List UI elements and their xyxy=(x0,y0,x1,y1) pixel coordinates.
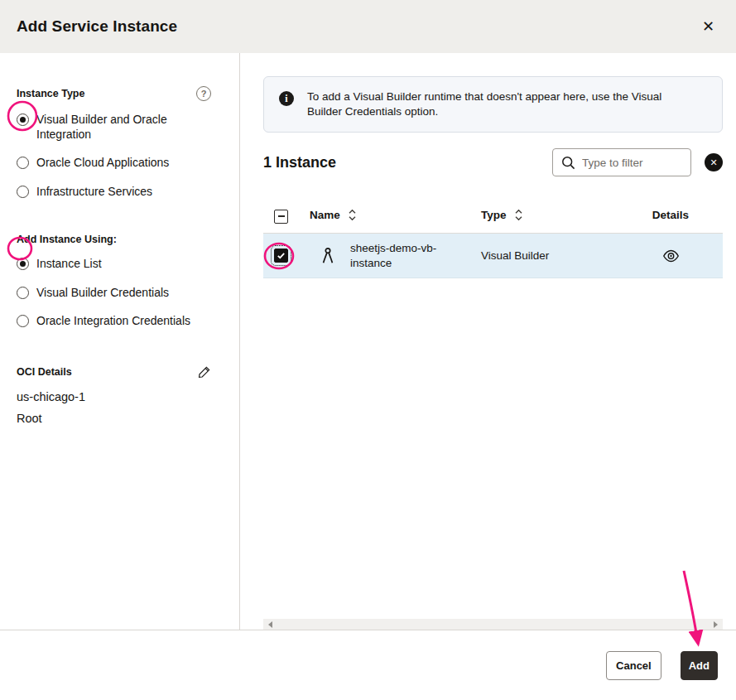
instance-table: Name Type xyxy=(263,197,723,630)
column-header-name[interactable]: Name xyxy=(310,208,481,222)
help-button[interactable]: ? xyxy=(196,86,211,101)
radio-unselected-icon xyxy=(17,186,29,198)
filter-input[interactable] xyxy=(582,157,684,169)
add-instance-using-section: Add Instance Using: Instance List Visual… xyxy=(17,234,211,329)
radio-oracle-integration-credentials[interactable]: Oracle Integration Credentials xyxy=(17,314,211,329)
dialog-title: Add Service Instance xyxy=(17,17,177,36)
help-icon: ? xyxy=(196,86,211,101)
table-empty-area xyxy=(263,278,723,619)
instance-type-label: Instance Type xyxy=(17,88,84,99)
info-banner-text: To add a Visual Builder runtime that doe… xyxy=(307,89,695,119)
add-instance-using-label: Add Instance Using: xyxy=(17,234,117,245)
radio-visual-builder-credentials[interactable]: Visual Builder Credentials xyxy=(17,286,211,301)
radio-unselected-icon xyxy=(17,315,29,327)
dialog-footer: Cancel Add xyxy=(0,630,736,700)
options-sidebar: Instance Type ? Visual Builder and Oracl… xyxy=(0,53,240,630)
table-header-row: Name Type xyxy=(263,197,723,234)
dialog-header: Add Service Instance ✕ xyxy=(0,0,736,53)
instance-type-cell: Visual Builder xyxy=(481,249,628,262)
add-button[interactable]: Add xyxy=(681,651,718,680)
radio-oracle-cloud-applications[interactable]: Oracle Cloud Applications xyxy=(17,156,211,171)
radio-unselected-icon xyxy=(17,287,29,299)
column-header-details: Details xyxy=(628,209,723,221)
add-instance-using-radio-group: Instance List Visual Builder Credentials… xyxy=(17,257,211,329)
table-row[interactable]: sheetjs-demo-vb-instance Visual Builder xyxy=(263,234,723,278)
instance-name-cell: sheetjs-demo-vb-instance xyxy=(344,241,481,270)
info-banner: i To add a Visual Builder runtime that d… xyxy=(263,76,723,133)
visual-builder-compass-icon xyxy=(310,247,344,265)
radio-instance-list[interactable]: Instance List xyxy=(17,257,211,272)
close-icon[interactable]: ✕ xyxy=(697,16,719,37)
eye-icon xyxy=(662,249,680,263)
oci-details-label: OCI Details xyxy=(17,366,72,378)
sort-icon[interactable] xyxy=(514,208,523,222)
cancel-button[interactable]: Cancel xyxy=(606,651,661,680)
filter-box xyxy=(552,148,691,176)
radio-infrastructure-services[interactable]: Infrastructure Services xyxy=(17,185,211,200)
radio-selected-icon xyxy=(17,258,29,270)
oci-details-section: OCI Details us-chicago-1 Root xyxy=(17,365,211,425)
oci-region-value: us-chicago-1 xyxy=(17,390,211,403)
search-icon xyxy=(561,156,575,170)
scroll-left-icon[interactable] xyxy=(265,619,276,630)
sort-icon[interactable] xyxy=(348,208,357,222)
instance-type-radio-group: Visual Builder and Oracle Integration Or… xyxy=(17,113,211,199)
oci-compartment-value: Root xyxy=(17,412,211,425)
column-header-type[interactable]: Type xyxy=(481,208,628,222)
edit-oci-details-button[interactable] xyxy=(198,365,211,379)
radio-visual-builder-and-oracle-integration[interactable]: Visual Builder and Oracle Integration xyxy=(17,113,211,142)
instance-type-section-head: Instance Type ? xyxy=(17,86,211,101)
main-panel: i To add a Visual Builder runtime that d… xyxy=(240,53,736,630)
instance-count-heading: 1 Instance xyxy=(263,154,336,171)
radio-unselected-icon xyxy=(17,157,29,169)
pencil-icon xyxy=(198,365,211,379)
radio-selected-icon xyxy=(17,113,29,126)
clear-filter-icon[interactable]: ✕ xyxy=(705,153,723,171)
select-all-checkbox[interactable] xyxy=(274,210,288,224)
horizontal-scrollbar[interactable] xyxy=(263,619,723,630)
list-toolbar: 1 Instance ✕ xyxy=(263,147,723,177)
row-checkbox[interactable] xyxy=(274,249,288,263)
add-service-instance-dialog: Add Service Instance ✕ Instance Type ? V… xyxy=(0,0,736,700)
details-eye-button[interactable] xyxy=(662,249,680,263)
info-icon: i xyxy=(279,91,294,106)
scroll-right-icon[interactable] xyxy=(710,619,721,630)
